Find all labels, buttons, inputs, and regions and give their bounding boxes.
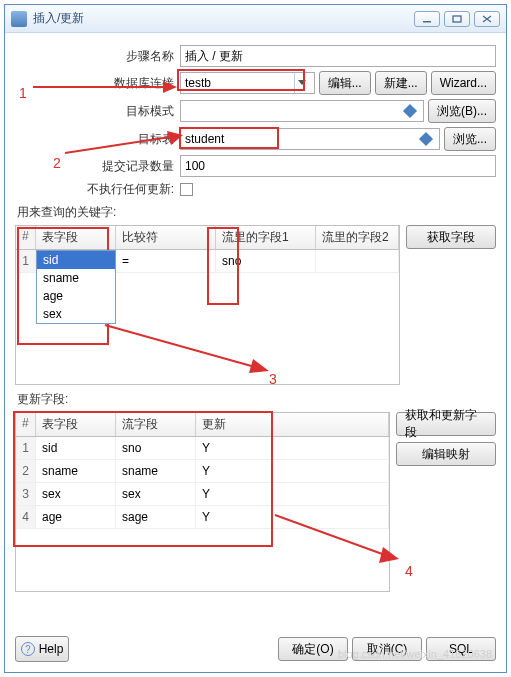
updates-table: # 表字段 流字段 更新 1 sid sno Y2 sname sname Y3… — [15, 412, 390, 592]
browse-schema-button[interactable]: 浏览(B)... — [428, 99, 496, 123]
window-title: 插入/更新 — [33, 10, 410, 27]
target-schema-input[interactable] — [180, 100, 424, 122]
dd-option-age[interactable]: age — [37, 287, 115, 305]
table-row[interactable]: 1 sid sno Y — [16, 437, 389, 460]
app-icon — [11, 11, 27, 27]
help-button[interactable]: ? Help — [15, 636, 69, 662]
maximize-button[interactable] — [444, 11, 470, 27]
col-stream1[interactable]: 流里的字段1 — [216, 226, 316, 249]
keys-table: # 表字段 比较符 流里的字段1 流里的字段2 1 sid = sno — [15, 225, 400, 385]
wizard-button[interactable]: Wizard... — [431, 71, 496, 95]
updates-section-label: 更新字段: — [17, 391, 496, 408]
browse-table-button[interactable]: 浏览... — [444, 127, 496, 151]
col-field[interactable]: 表字段 — [36, 413, 116, 436]
dd-option-sid[interactable]: sid — [37, 251, 115, 269]
target-table-input[interactable]: student — [180, 128, 440, 150]
diamond-icon — [403, 104, 417, 118]
sql-button[interactable]: SQL — [426, 637, 496, 661]
col-update[interactable]: 更新 — [196, 413, 389, 436]
table-row[interactable]: 2 sname sname Y — [16, 460, 389, 483]
col-compare[interactable]: 比较符 — [116, 226, 216, 249]
dd-option-sname[interactable]: sname — [37, 269, 115, 287]
target-table-label: 目标表 — [15, 131, 180, 148]
field-dropdown-list: sid sname age sex — [36, 250, 116, 324]
keys-section-label: 用来查询的关键字: — [17, 204, 496, 221]
svg-rect-0 — [423, 21, 431, 23]
col-stream[interactable]: 流字段 — [116, 413, 196, 436]
dialog-window: 插入/更新 步骤名称 插入 / 更新 数据库连接 testb 编辑... 新建.… — [4, 4, 507, 673]
diamond-icon — [419, 132, 433, 146]
chevron-down-icon — [294, 73, 310, 93]
keys-header: # 表字段 比较符 流里的字段1 流里的字段2 — [16, 226, 399, 250]
no-update-checkbox[interactable] — [180, 183, 193, 196]
help-icon: ? — [21, 642, 35, 656]
db-conn-label: 数据库连接 — [15, 75, 180, 92]
no-update-label: 不执行任何更新: — [15, 181, 180, 198]
db-conn-select[interactable]: testb — [180, 72, 315, 94]
dd-option-sex[interactable]: sex — [37, 305, 115, 323]
step-name-input[interactable]: 插入 / 更新 — [180, 45, 496, 67]
minimize-button[interactable] — [414, 11, 440, 27]
footer: ? Help 确定(O) 取消(C) SQL — [15, 636, 496, 662]
col-stream2[interactable]: 流里的字段2 — [316, 226, 399, 249]
titlebar: 插入/更新 — [5, 5, 506, 33]
commit-size-input[interactable]: 100 — [180, 155, 496, 177]
edit-conn-button[interactable]: 编辑... — [319, 71, 371, 95]
cancel-button[interactable]: 取消(C) — [352, 637, 422, 661]
table-row[interactable]: 3 sex sex Y — [16, 483, 389, 506]
commit-size-label: 提交记录数量 — [15, 158, 180, 175]
get-fields-button[interactable]: 获取字段 — [406, 225, 496, 249]
new-conn-button[interactable]: 新建... — [375, 71, 427, 95]
close-button[interactable] — [474, 11, 500, 27]
table-row[interactable]: 4 age sage Y — [16, 506, 389, 529]
svg-rect-1 — [453, 16, 461, 22]
updates-header: # 表字段 流字段 更新 — [16, 413, 389, 437]
step-name-label: 步骤名称 — [15, 48, 180, 65]
target-schema-label: 目标模式 — [15, 103, 180, 120]
col-field[interactable]: 表字段 — [36, 226, 116, 249]
col-hash: # — [16, 226, 36, 249]
content-area: 步骤名称 插入 / 更新 数据库连接 testb 编辑... 新建... Wiz… — [5, 33, 506, 642]
edit-mapping-button[interactable]: 编辑映射 — [396, 442, 496, 466]
ok-button[interactable]: 确定(O) — [278, 637, 348, 661]
get-update-fields-button[interactable]: 获取和更新字段 — [396, 412, 496, 436]
